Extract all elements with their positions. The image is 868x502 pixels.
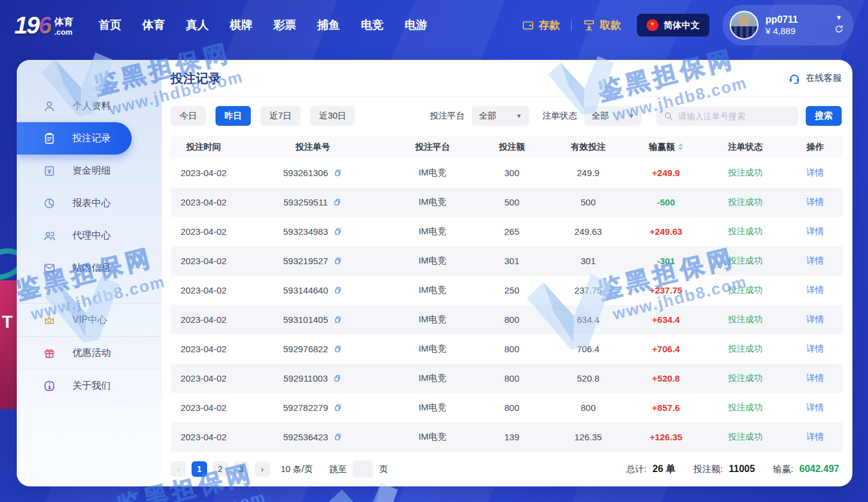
page-button-3[interactable]: 3	[233, 461, 249, 477]
copy-icon[interactable]	[333, 198, 342, 207]
tab-today[interactable]: 今日	[171, 106, 206, 126]
table-row: 2023-04-02593234983IM电竞265249.63+249.63投…	[171, 217, 843, 246]
detail-link[interactable]: 详情	[787, 373, 843, 384]
detail-link[interactable]: 详情	[787, 431, 843, 443]
nav-item-sports[interactable]: 体育	[142, 17, 165, 33]
cell-valid-bet: 126.35	[548, 432, 629, 442]
user-menu[interactable]: pp0711 ¥ 4,889 ▼	[723, 5, 854, 46]
main-nav: 首页体育真人棋牌彩票捕鱼电竞电游	[99, 17, 427, 33]
nav-item-home[interactable]: 首页	[99, 17, 122, 33]
copy-icon[interactable]	[333, 227, 342, 236]
refresh-icon[interactable]	[834, 24, 844, 37]
status-select[interactable]: 全部▼	[584, 106, 642, 126]
sidebar-item-label: 个人资料	[72, 100, 111, 113]
cell-valid-bet: 301	[548, 256, 629, 266]
table-header: 投注时间投注单号投注平台投注额有效投注输赢额注单状态操作	[171, 135, 843, 158]
jump-page-input[interactable]	[353, 461, 373, 477]
copy-icon[interactable]	[333, 256, 342, 265]
table-row: 2023-04-02593261306IM电竞300249.9+249.9投注成…	[171, 158, 843, 188]
table-row: 2023-04-02592976822IM电竞800706.4+706.4投注成…	[171, 334, 843, 364]
table-row: 2023-04-02592782279IM电竞800800+857.6投注成功详…	[171, 393, 843, 422]
total-bet-label: 投注额:	[693, 464, 723, 475]
record-icon	[42, 131, 56, 146]
next-page-button[interactable]: ›	[254, 461, 270, 477]
page-button-1[interactable]: 1	[192, 461, 207, 477]
copy-icon[interactable]	[333, 315, 342, 324]
column-header: 注单状态	[703, 141, 787, 153]
cell-valid-bet: 249.63	[548, 226, 629, 237]
vip-icon	[42, 313, 56, 327]
table-row: 2023-04-02593259511IM电竞500500-500投注成功详情	[171, 188, 843, 217]
cell-valid-bet: 520.8	[548, 373, 629, 383]
cell-valid-bet: 706.4	[548, 344, 629, 354]
nav-item-esports[interactable]: 电竞	[361, 17, 384, 33]
sidebar-item-messages[interactable]: 站内信息	[17, 252, 162, 284]
sidebar-item-promotions[interactable]: 优惠活动	[17, 337, 162, 369]
detail-link[interactable]: 详情	[787, 285, 843, 296]
cell-status: 投注成功	[703, 167, 787, 179]
sidebar-item-profile[interactable]: 个人资料	[17, 90, 162, 122]
detail-link[interactable]: 详情	[787, 226, 843, 237]
tab-yesterday[interactable]: 昨日	[216, 106, 251, 126]
cell-order-number: 592782279	[236, 403, 389, 413]
agent-icon	[42, 228, 56, 243]
sort-icon[interactable]	[678, 143, 683, 150]
sidebar-item-label: 站内信息	[72, 262, 111, 274]
table-row: 2023-04-02593101405IM电竞800634.4+634.4投注成…	[171, 305, 843, 334]
sidebar-item-bet-records[interactable]: 投注记录	[17, 122, 132, 155]
copy-icon[interactable]	[333, 403, 342, 412]
cell-winloss: +857.6	[629, 403, 703, 413]
copy-icon[interactable]	[333, 168, 342, 177]
sidebar-item-vip[interactable]: VIP中心	[17, 304, 162, 336]
sidebar-item-about[interactable]: 关于我们	[17, 370, 162, 402]
cell-bet-time: 2023-04-02	[171, 314, 236, 325]
online-support-link[interactable]: 在线客服	[788, 72, 842, 85]
nav-item-fishing[interactable]: 捕鱼	[317, 17, 340, 33]
chevron-down-icon[interactable]: ▼	[836, 14, 842, 21]
column-header: 有效投注	[548, 141, 629, 153]
cell-bet-amount: 250	[476, 285, 548, 295]
tab-last30[interactable]: 近30日	[310, 106, 355, 126]
detail-link[interactable]: 详情	[787, 167, 843, 179]
content-card: 个人资料投注记录资金明细报表中心代理中心站内信息VIP中心优惠活动关于我们 投注…	[17, 60, 852, 486]
cell-bet-amount: 800	[476, 403, 548, 413]
sidebar-item-agent[interactable]: 代理中心	[17, 219, 162, 252]
page-button-2[interactable]: 2	[213, 461, 228, 477]
platform-select[interactable]: 全部▼	[472, 106, 529, 126]
tab-last7[interactable]: 近7日	[260, 106, 301, 126]
nav-item-chess[interactable]: 棋牌	[230, 17, 253, 33]
detail-link[interactable]: 详情	[787, 343, 843, 355]
nav-item-lottery[interactable]: 彩票	[274, 17, 296, 33]
status-filter-label: 注单状态	[542, 110, 577, 122]
china-flag-icon: ★	[647, 19, 658, 31]
detail-link[interactable]: 详情	[787, 255, 843, 267]
logo-suffix: 体育	[54, 17, 74, 27]
sidebar-item-reports[interactable]: 报表中心	[17, 187, 162, 219]
copy-icon[interactable]	[333, 433, 342, 441]
detail-link[interactable]: 详情	[787, 196, 843, 208]
mail-icon	[42, 261, 56, 275]
detail-link[interactable]: 详情	[787, 314, 843, 325]
deposit-button[interactable]: 存款	[521, 18, 560, 32]
cell-bet-time: 2023-04-02	[171, 226, 236, 237]
sidebar-item-funds[interactable]: 资金明细	[17, 155, 162, 187]
prev-page-button[interactable]: ‹	[171, 461, 186, 477]
per-page-select[interactable]: 10 条/页	[281, 464, 312, 475]
cell-valid-bet: 634.4	[548, 314, 629, 325]
detail-link[interactable]: 详情	[787, 402, 843, 413]
search-input[interactable]	[678, 111, 791, 121]
cell-bet-time: 2023-04-02	[171, 285, 236, 295]
search-button[interactable]: 搜索	[806, 106, 842, 126]
total-count-value: 26 单	[652, 463, 675, 476]
nav-item-games[interactable]: 电游	[405, 17, 427, 33]
withdraw-button[interactable]: 取款	[582, 18, 621, 32]
copy-icon[interactable]	[333, 344, 342, 353]
language-selector[interactable]: ★ 简体中文	[637, 14, 709, 37]
cell-status: 投注成功	[703, 373, 787, 384]
nav-item-live[interactable]: 真人	[186, 17, 209, 33]
cell-winloss: -500	[629, 197, 703, 207]
copy-icon[interactable]	[333, 374, 342, 383]
site-logo[interactable]: 196 体育 .com	[14, 14, 74, 36]
cell-platform: IM电竞	[389, 285, 476, 296]
copy-icon[interactable]	[333, 286, 342, 295]
